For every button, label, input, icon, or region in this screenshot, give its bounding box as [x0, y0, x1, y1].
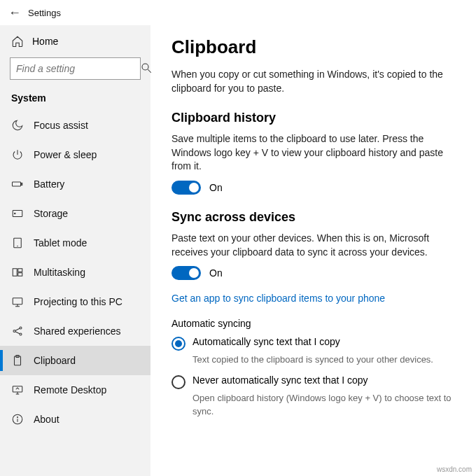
svg-point-22	[18, 417, 18, 418]
svg-point-0	[142, 64, 148, 70]
svg-point-5	[15, 213, 16, 214]
sync-desc: Paste text on your other devices. When t…	[172, 232, 455, 259]
shared-icon	[11, 325, 24, 337]
svg-point-14	[20, 333, 22, 335]
history-toggle-label: On	[209, 182, 223, 193]
svg-rect-8	[13, 269, 17, 276]
sync-app-link[interactable]: Get an app to sync clipboard items to yo…	[172, 293, 385, 304]
radio-1[interactable]	[172, 375, 186, 389]
sidebar-item-label: Shared experiences	[34, 326, 121, 337]
content: Clipboard When you copy or cut something…	[150, 25, 476, 476]
svg-rect-11	[13, 298, 22, 304]
radio-0-label: Automatically sync text that I copy	[192, 336, 340, 347]
sidebar: Home System Focus assistPower & sleepBat…	[0, 25, 150, 476]
svg-rect-3	[21, 183, 22, 186]
titlebar: ← Settings	[0, 0, 476, 25]
svg-rect-9	[18, 269, 22, 272]
sidebar-item-shared-experiences[interactable]: Shared experiences	[0, 316, 150, 346]
sync-toggle[interactable]	[172, 266, 201, 280]
history-toggle[interactable]	[172, 181, 201, 195]
watermark: wsxdn.com	[437, 465, 472, 473]
sidebar-home[interactable]: Home	[0, 28, 150, 55]
sidebar-item-label: Projecting to this PC	[34, 296, 122, 307]
svg-rect-10	[18, 273, 22, 276]
back-button[interactable]: ←	[8, 6, 28, 20]
power-icon	[11, 148, 24, 161]
sidebar-item-label: Clipboard	[34, 355, 76, 366]
radio-1-desc: Open clipboard history (Windows logo key…	[192, 392, 455, 417]
sidebar-item-power-sleep[interactable]: Power & sleep	[0, 140, 150, 169]
battery-icon	[11, 178, 24, 190]
moon-icon	[11, 119, 24, 132]
about-icon	[11, 413, 24, 426]
sidebar-item-remote-desktop[interactable]: Remote Desktop	[0, 375, 150, 405]
sidebar-category: System	[0, 87, 150, 111]
sidebar-item-projecting-to-this-pc[interactable]: Projecting to this PC	[0, 287, 150, 316]
clipboard-icon	[11, 354, 24, 367]
sidebar-item-tablet-mode[interactable]: Tablet mode	[0, 228, 150, 258]
sidebar-item-label: Battery	[34, 178, 64, 190]
sidebar-item-focus-assist[interactable]: Focus assist	[0, 111, 150, 140]
sidebar-item-label: Storage	[34, 208, 68, 219]
sidebar-item-clipboard[interactable]: Clipboard	[0, 346, 150, 375]
svg-point-12	[13, 330, 15, 332]
svg-rect-19	[13, 386, 22, 392]
radio-0-desc: Text copied to the clipboard is synced t…	[192, 354, 455, 366]
svg-rect-2	[13, 182, 21, 186]
sidebar-home-label: Home	[32, 36, 58, 47]
sidebar-item-storage[interactable]: Storage	[0, 199, 150, 228]
sidebar-nav: Focus assistPower & sleepBatteryStorageT…	[0, 111, 150, 476]
sidebar-item-about[interactable]: About	[0, 405, 150, 434]
storage-icon	[11, 207, 24, 220]
svg-point-13	[20, 327, 22, 329]
sync-heading: Sync across devices	[172, 210, 455, 225]
window-title: Settings	[28, 8, 61, 18]
radio-0[interactable]	[172, 337, 186, 351]
sidebar-item-battery[interactable]: Battery	[0, 169, 150, 199]
sync-toggle-label: On	[209, 267, 223, 279]
search-box[interactable]	[10, 57, 141, 80]
sidebar-item-multitasking[interactable]: Multitasking	[0, 258, 150, 287]
radio-1-label: Never automatically sync text that I cop…	[192, 374, 368, 386]
sidebar-item-label: Focus assist	[34, 120, 88, 131]
project-icon	[11, 295, 24, 308]
search-input[interactable]	[16, 63, 140, 74]
history-desc: Save multiple items to the clipboard to …	[172, 132, 455, 174]
history-heading: Clipboard history	[172, 111, 455, 125]
sidebar-item-label: Power & sleep	[34, 149, 97, 160]
sidebar-item-label: About	[34, 414, 59, 425]
multitask-icon	[11, 266, 24, 279]
svg-line-16	[15, 332, 20, 334]
intro-text: When you copy or cut something in Window…	[172, 68, 455, 95]
sidebar-item-label: Tablet mode	[34, 237, 87, 248]
auto-sync-heading: Automatic syncing	[172, 318, 455, 329]
remote-icon	[11, 384, 24, 396]
sidebar-item-label: Multitasking	[34, 267, 85, 278]
sidebar-item-label: Remote Desktop	[34, 384, 106, 396]
page-title: Clipboard	[172, 36, 455, 58]
svg-line-15	[15, 328, 20, 330]
tablet-icon	[11, 237, 24, 249]
home-icon	[11, 35, 24, 48]
